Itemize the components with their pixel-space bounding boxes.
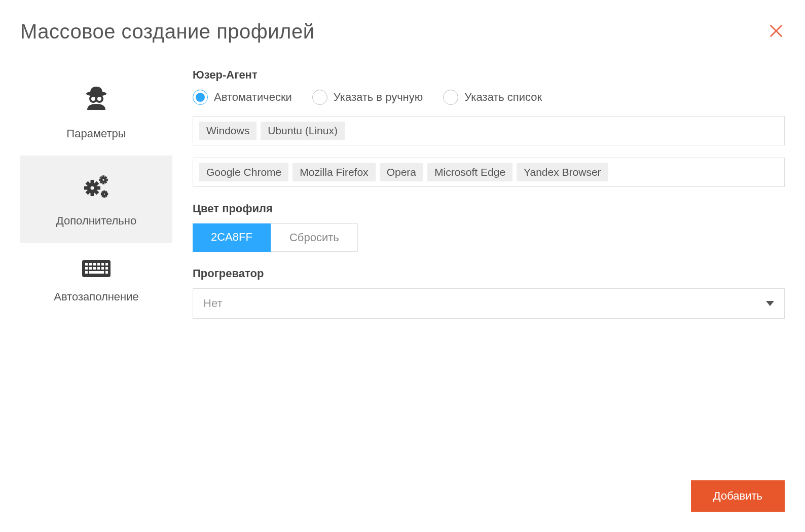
- sidebar-item-label: Автозаполнение: [54, 290, 139, 303]
- svg-rect-43: [97, 267, 100, 270]
- radio-indicator: [312, 90, 327, 105]
- browser-tag[interactable]: Opera: [380, 163, 423, 181]
- sidebar-item-advanced[interactable]: Дополнительно: [20, 156, 172, 243]
- svg-line-22: [100, 182, 101, 183]
- svg-rect-42: [93, 267, 96, 270]
- radio-option-auto[interactable]: Автоматически: [193, 90, 292, 105]
- svg-rect-41: [89, 267, 92, 270]
- os-tag[interactable]: Windows: [199, 122, 257, 140]
- svg-line-13: [87, 192, 89, 194]
- keyboard-icon: [80, 258, 113, 281]
- svg-rect-35: [89, 263, 92, 265]
- svg-point-24: [103, 193, 106, 196]
- radio-label: Указать в ручную: [334, 91, 423, 104]
- sidebar: Параметры: [20, 68, 172, 334]
- svg-point-4: [96, 96, 102, 102]
- close-button[interactable]: [767, 22, 785, 42]
- svg-line-21: [105, 182, 106, 183]
- svg-line-29: [102, 192, 103, 193]
- svg-line-32: [106, 192, 107, 193]
- add-button[interactable]: Добавить: [691, 480, 785, 512]
- svg-point-6: [89, 184, 96, 192]
- sidebar-item-autofill[interactable]: Автозаполнение: [20, 243, 172, 319]
- gears-icon: [80, 171, 113, 205]
- radio-label: Указать список: [464, 91, 542, 104]
- svg-rect-48: [105, 271, 108, 274]
- spy-icon: [80, 84, 113, 118]
- svg-rect-38: [101, 263, 104, 265]
- svg-rect-36: [93, 263, 96, 265]
- svg-line-14: [96, 182, 98, 184]
- svg-rect-45: [105, 267, 108, 270]
- warmer-selected-value: Нет: [203, 297, 222, 310]
- radio-indicator: [443, 90, 458, 105]
- svg-rect-37: [97, 263, 100, 265]
- browser-tag[interactable]: Google Chrome: [199, 163, 288, 181]
- browser-tag-box[interactable]: Google Chrome Mozilla Firefox Opera Micr…: [193, 158, 785, 187]
- svg-line-11: [87, 182, 89, 184]
- radio-option-list[interactable]: Указать список: [443, 90, 542, 105]
- svg-point-15: [101, 178, 105, 182]
- svg-rect-40: [85, 267, 88, 270]
- page-title: Массовое создание профилей: [20, 20, 315, 43]
- sidebar-item-label: Дополнительно: [56, 214, 136, 227]
- sidebar-item-parameters[interactable]: Параметры: [20, 68, 172, 156]
- svg-rect-47: [89, 271, 104, 274]
- os-tag[interactable]: Ubuntu (Linux): [261, 122, 345, 140]
- svg-line-23: [105, 177, 106, 178]
- warmer-select[interactable]: Нет: [193, 288, 785, 319]
- color-value-button[interactable]: 2CA8FF: [193, 223, 271, 252]
- os-tag-box[interactable]: Windows Ubuntu (Linux): [193, 116, 785, 145]
- profile-color-title: Цвет профиля: [193, 202, 785, 215]
- browser-tag[interactable]: Microsoft Edge: [427, 163, 513, 181]
- user-agent-radio-group: Автоматически Указать в ручную Указать с…: [193, 90, 785, 105]
- sidebar-item-label: Параметры: [66, 127, 126, 140]
- svg-rect-44: [101, 267, 104, 270]
- svg-rect-39: [105, 263, 108, 265]
- warmer-title: Прогреватор: [193, 267, 785, 280]
- browser-tag[interactable]: Yandex Browser: [517, 163, 608, 181]
- chevron-down-icon: [766, 299, 774, 308]
- svg-rect-34: [85, 263, 88, 265]
- svg-line-30: [106, 196, 107, 197]
- close-icon: [767, 22, 785, 40]
- svg-line-20: [100, 177, 101, 178]
- browser-tag[interactable]: Mozilla Firefox: [292, 163, 375, 181]
- reset-color-button[interactable]: Сбросить: [271, 223, 358, 252]
- user-agent-title: Юзер-Агент: [193, 68, 785, 82]
- svg-rect-46: [85, 271, 88, 274]
- svg-line-31: [102, 196, 103, 197]
- radio-option-manual[interactable]: Указать в ручную: [312, 90, 423, 105]
- radio-indicator: [193, 90, 208, 105]
- radio-label: Автоматически: [214, 91, 292, 104]
- svg-line-12: [96, 192, 98, 194]
